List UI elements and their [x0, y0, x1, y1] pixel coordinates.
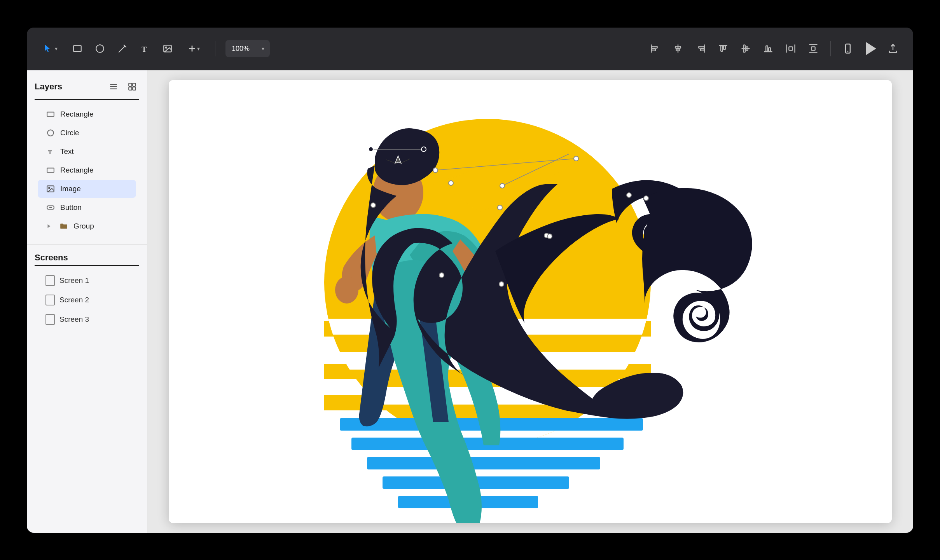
layer-label-circle: Circle	[60, 129, 79, 137]
layer-label-rectangle-2: Rectangle	[60, 166, 94, 174]
toolbar-divider-2	[280, 41, 280, 56]
align-center-h-btn[interactable]	[669, 40, 687, 57]
layer-icon-rectangle-2	[45, 165, 56, 175]
rect2-layer-icon	[46, 166, 55, 174]
svg-point-88	[421, 147, 426, 152]
canvas-frame	[169, 80, 892, 523]
layer-icon-image	[45, 184, 56, 194]
layer-item-circle[interactable]: Circle	[38, 124, 136, 142]
screen-item-3[interactable]: Screen 3	[38, 310, 136, 329]
svg-point-98	[439, 273, 444, 277]
layers-title: Layers	[35, 82, 62, 92]
add-tool[interactable]: ▾	[182, 40, 205, 57]
svg-point-2	[96, 45, 104, 52]
svg-line-3	[119, 46, 125, 52]
circle-tool[interactable]	[91, 40, 108, 57]
image-icon	[162, 44, 173, 54]
svg-point-87	[369, 147, 373, 152]
layer-item-group[interactable]: Group	[38, 217, 136, 235]
svg-rect-47	[129, 87, 132, 90]
layer-item-rectangle-2[interactable]: Rectangle	[38, 161, 136, 179]
grid-view-icon	[128, 82, 136, 91]
layer-icon-button	[45, 202, 56, 213]
layers-grid-view-btn[interactable]	[125, 80, 139, 94]
distribute-v-icon	[808, 43, 819, 54]
circle-layer-icon	[46, 129, 55, 137]
pen-tool[interactable]	[114, 40, 131, 57]
layer-label-rectangle-1: Rectangle	[60, 110, 94, 119]
svg-rect-12	[652, 49, 655, 51]
svg-rect-11	[652, 46, 657, 48]
layer-item-button[interactable]: Button	[38, 199, 136, 216]
layer-label-group: Group	[73, 222, 94, 230]
rectangle-tool[interactable]	[69, 40, 86, 57]
distribute-v-btn[interactable]	[805, 40, 822, 57]
text-icon: T	[140, 44, 150, 54]
list-view-icon	[109, 82, 118, 91]
mobile-icon	[842, 43, 853, 54]
mobile-preview-btn[interactable]	[839, 40, 856, 57]
add-dropdown-arrow: ▾	[197, 45, 200, 52]
select-tool[interactable]: ▾	[38, 40, 62, 57]
distribute-h-btn[interactable]	[782, 40, 799, 57]
play-icon	[862, 40, 879, 57]
zoom-dropdown-btn[interactable]: ▾	[256, 40, 270, 57]
layer-icon-group	[59, 221, 69, 231]
layers-list-view-btn[interactable]	[107, 80, 121, 94]
text-tool[interactable]: T	[136, 40, 154, 57]
align-middle-btn[interactable]	[737, 40, 754, 57]
screens-section: Screens Screen 1 Screen 2 Screen 3	[27, 244, 147, 334]
svg-rect-17	[699, 46, 704, 48]
play-btn[interactable]	[862, 40, 879, 57]
svg-line-5	[124, 45, 125, 46]
align-top-btn[interactable]	[715, 40, 732, 57]
select-dropdown-arrow: ▾	[55, 45, 58, 52]
layers-header: Layers	[35, 80, 139, 94]
zoom-value: 100%	[225, 45, 256, 53]
image-layer-icon	[46, 185, 55, 193]
layer-item-image[interactable]: Image	[38, 180, 136, 198]
align-left-btn[interactable]	[647, 40, 664, 57]
svg-point-102	[644, 196, 648, 201]
layer-icon-rectangle	[45, 109, 56, 119]
text-layer-icon: T	[46, 147, 55, 156]
svg-text:T: T	[142, 45, 147, 53]
align-right-btn[interactable]	[692, 40, 709, 57]
screen-icon-3	[45, 314, 55, 325]
canvas-area[interactable]	[147, 70, 913, 533]
image-tool[interactable]	[159, 40, 176, 57]
svg-point-54	[49, 187, 50, 188]
align-left-icon	[650, 43, 661, 54]
toolbar-divider-3	[830, 41, 831, 56]
svg-rect-30	[789, 47, 792, 50]
tool-group-shapes: T ▾	[69, 40, 205, 57]
layer-label-image: Image	[60, 185, 81, 193]
export-btn[interactable]	[884, 40, 902, 57]
svg-rect-45	[129, 83, 132, 86]
pen-icon	[117, 44, 128, 54]
layer-label-text: Text	[60, 147, 74, 156]
svg-marker-57	[48, 224, 51, 228]
svg-rect-46	[133, 83, 136, 86]
toolbar-divider-1	[215, 41, 215, 56]
svg-marker-37	[866, 42, 876, 55]
toolbar-right	[647, 40, 902, 57]
rect-layer-icon	[46, 110, 55, 119]
illustration-svg	[169, 80, 892, 523]
tool-group-select: ▾	[38, 40, 62, 57]
layer-item-rectangle-1[interactable]: Rectangle	[38, 105, 136, 123]
folder-layer-icon	[59, 222, 68, 230]
svg-rect-48	[133, 87, 136, 90]
svg-point-93	[500, 183, 505, 188]
zoom-control[interactable]: 100% ▾	[225, 40, 270, 57]
align-bottom-btn[interactable]	[760, 40, 777, 57]
svg-point-90	[433, 168, 438, 173]
svg-rect-26	[766, 46, 768, 51]
screen-item-2[interactable]: Screen 2	[38, 291, 136, 309]
svg-point-83	[335, 276, 358, 304]
group-expand-arrow[interactable]	[45, 223, 52, 230]
layer-item-text[interactable]: T Text	[38, 143, 136, 160]
distribute-h-icon	[785, 43, 796, 54]
screen-item-1[interactable]: Screen 1	[38, 271, 136, 290]
svg-rect-18	[701, 49, 704, 51]
